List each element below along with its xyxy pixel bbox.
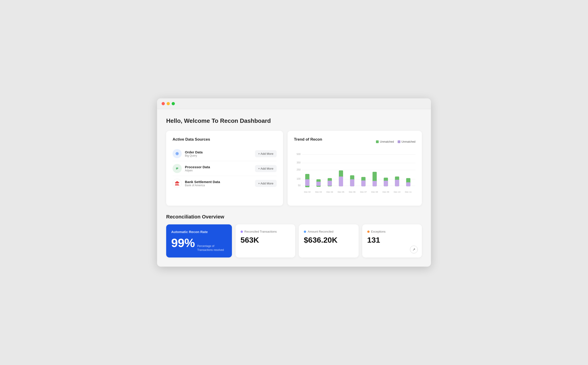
svg-text:50: 50 xyxy=(298,184,301,187)
bank-name: Bank Settlement Data xyxy=(185,180,252,184)
amount-dot xyxy=(304,231,306,233)
svg-rect-19 xyxy=(339,176,343,186)
svg-rect-15 xyxy=(316,182,321,186)
reconciled-label: Reconciled Transactions xyxy=(241,230,290,233)
amount-card: Amount Reconciled $636.20K xyxy=(299,225,358,258)
chart-legend: Unmatched Unmatched xyxy=(376,140,415,143)
svg-rect-13 xyxy=(305,179,309,186)
trend-chart-card: Trend of Recon Unmatched Unmatched xyxy=(288,131,422,206)
auto-recon-desc: Percentage ofTransactions resolved xyxy=(197,244,224,252)
legend-purple-label: Unmatched xyxy=(401,140,415,143)
chart-header: Trend of Recon Unmatched Unmatched xyxy=(294,137,415,146)
legend-green-dot xyxy=(376,140,379,143)
svg-text:Dec 07: Dec 07 xyxy=(360,191,367,193)
dashboard-content: Hello, Welcome To Recon Dashboard Active… xyxy=(157,109,431,267)
processor-info: Processor Data Adyen xyxy=(185,165,252,172)
svg-rect-29 xyxy=(395,180,399,187)
bank-sub: Bank of America xyxy=(185,184,252,187)
svg-text:Dec 05: Dec 05 xyxy=(338,191,344,193)
reconciliation-section: Reconciliation Overview Automatic Recon … xyxy=(166,214,422,258)
chart-area: 500 350 250 100 50 xyxy=(294,150,415,200)
svg-text:Dec 09: Dec 09 xyxy=(382,191,389,193)
dot-yellow[interactable] xyxy=(167,102,170,105)
chart-svg: 500 350 250 100 50 xyxy=(294,150,415,200)
active-data-sources-card: Active Data Sources Order Data Big Query… xyxy=(166,131,283,206)
svg-text:Dec 04: Dec 04 xyxy=(326,191,333,193)
svg-rect-27 xyxy=(384,181,388,187)
svg-rect-23 xyxy=(361,181,365,187)
reconciled-card: Reconciled Transactions 563K xyxy=(236,225,295,258)
amount-label: Amount Reconciled xyxy=(304,230,353,233)
auto-recon-card: Automatic Recon Rate 99% Percentage ofTr… xyxy=(166,225,232,258)
bank-info: Bank Settlement Data Bank of America xyxy=(185,180,252,187)
trend-chart-title: Trend of Recon xyxy=(294,137,322,142)
svg-text:Dec 03: Dec 03 xyxy=(315,191,322,193)
top-section: Active Data Sources Order Data Big Query… xyxy=(166,131,422,206)
legend-purple: Unmatched xyxy=(398,140,415,143)
legend-purple-dot xyxy=(398,140,400,143)
amount-value: $636.20K xyxy=(304,236,353,245)
processor-icon xyxy=(173,164,182,173)
data-source-bank: Bank Settlement Data Bank of America + A… xyxy=(173,176,277,191)
svg-text:Dec 02: Dec 02 xyxy=(304,191,310,193)
reconciliation-title: Reconciliation Overview xyxy=(166,214,422,220)
legend-green-label: Unmatched xyxy=(380,140,394,143)
data-source-order: Order Data Big Query + Add More xyxy=(173,146,277,161)
svg-text:500: 500 xyxy=(296,153,300,155)
svg-text:100: 100 xyxy=(296,178,300,180)
dot-red[interactable] xyxy=(162,102,165,105)
data-source-processor: Processor Data Adyen + Add More xyxy=(173,161,277,176)
exceptions-dot xyxy=(367,231,370,233)
svg-text:250: 250 xyxy=(296,168,300,171)
dot-green[interactable] xyxy=(172,102,175,105)
reconciled-dot xyxy=(241,231,243,233)
auto-recon-value: 99% xyxy=(171,236,195,250)
auto-recon-label: Automatic Recon Rate xyxy=(171,230,227,234)
reconciled-value: 563K xyxy=(241,236,290,245)
recon-cards-grid: Automatic Recon Rate 99% Percentage ofTr… xyxy=(166,225,422,258)
order-icon xyxy=(173,149,182,158)
svg-rect-25 xyxy=(372,181,377,187)
order-sub: Big Query xyxy=(185,154,252,157)
processor-sub: Adyen xyxy=(185,169,252,172)
svg-rect-31 xyxy=(406,182,410,186)
browser-titlebar xyxy=(157,98,431,109)
order-info: Order Data Big Query xyxy=(185,150,252,157)
svg-text:Dec 06: Dec 06 xyxy=(349,191,355,193)
svg-text:Dec 10: Dec 10 xyxy=(394,191,400,193)
browser-window: Hello, Welcome To Recon Dashboard Active… xyxy=(157,98,431,267)
active-data-sources-title: Active Data Sources xyxy=(173,137,277,142)
processor-add-more-button[interactable]: + Add More xyxy=(255,165,277,172)
order-add-more-button[interactable]: + Add More xyxy=(255,150,277,157)
order-name: Order Data xyxy=(185,150,252,154)
page-title: Hello, Welcome To Recon Dashboard xyxy=(166,117,422,124)
bank-icon xyxy=(173,179,182,188)
svg-rect-17 xyxy=(328,181,332,186)
exceptions-card: Exceptions 131 ↗ xyxy=(362,225,422,258)
legend-green: Unmatched xyxy=(376,140,394,143)
svg-text:350: 350 xyxy=(296,161,300,164)
svg-rect-21 xyxy=(350,179,354,187)
processor-name: Processor Data xyxy=(185,165,252,169)
exceptions-label: Exceptions xyxy=(367,230,417,233)
exceptions-value: 131 xyxy=(367,236,417,245)
exceptions-arrow-button[interactable]: ↗ xyxy=(410,246,418,253)
svg-text:Dec 11: Dec 11 xyxy=(405,191,412,193)
svg-text:Dec 08: Dec 08 xyxy=(371,191,378,193)
bank-add-more-button[interactable]: + Add More xyxy=(255,180,277,187)
auto-recon-value-row: 99% Percentage ofTransactions resolved xyxy=(171,236,227,252)
